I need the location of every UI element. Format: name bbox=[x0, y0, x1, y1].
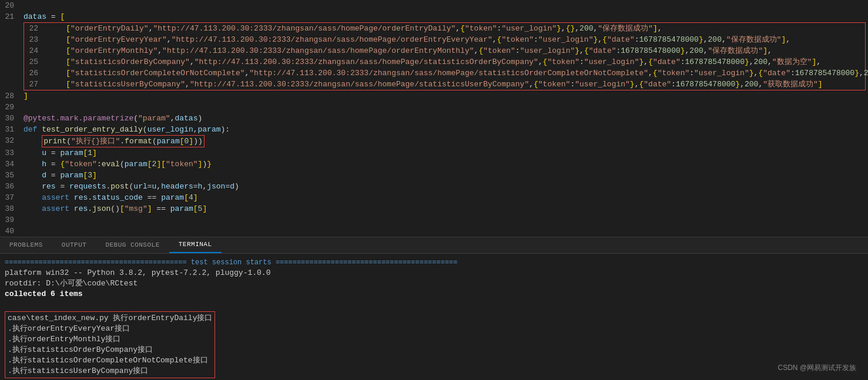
tab-terminal[interactable]: TERMINAL bbox=[169, 237, 222, 253]
terminal-output-box: case\test_index_new.py 执行orderEntryDaily… bbox=[5, 311, 215, 378]
terminal-blank bbox=[5, 300, 863, 310]
code-line-32: 32 print("执行{}接口".format(param[0])) bbox=[0, 135, 868, 147]
code-editor: 20 21 datas = [ 22 ["orderEntryDaily","h… bbox=[0, 0, 868, 237]
line-number: 24 bbox=[24, 45, 48, 56]
line-content: d = param[3] bbox=[24, 170, 868, 181]
line-number: 35 bbox=[0, 170, 24, 181]
code-line-35: 35 d = param[3] bbox=[0, 170, 868, 181]
terminal-platform: platform win32 -- Python 3.8.2, pytest-7… bbox=[5, 268, 863, 278]
line-number: 40 bbox=[0, 226, 24, 237]
line-number: 34 bbox=[0, 159, 24, 170]
line-content: assert res.json()["msg"] == param[5] bbox=[24, 203, 868, 214]
line-content: datas = [ bbox=[24, 11, 868, 22]
line-number: 27 bbox=[24, 79, 48, 90]
code-line-24: 24 ["orderEntryMonthly","http://47.113.2… bbox=[24, 45, 865, 56]
code-line-37: 37 assert res.status_code == param[4] bbox=[0, 192, 868, 203]
tab-debug-console[interactable]: DEBUG CONSOLE bbox=[96, 237, 169, 253]
line-content: ["orderEntryEveryYear","http://47.113.20… bbox=[48, 34, 865, 45]
code-line-38: 38 assert res.json()["msg"] == param[5] bbox=[0, 203, 868, 214]
code-line-27: 27 ["statisticsUserByCompany","http://47… bbox=[24, 79, 865, 90]
terminal-output-line-3: .执行orderEntryMonthly接口 bbox=[8, 334, 212, 345]
tab-problems[interactable]: PROBLEMS bbox=[0, 237, 52, 253]
line-number: 21 bbox=[0, 11, 24, 22]
line-content: ["statisticsUserByCompany","http://47.11… bbox=[48, 79, 865, 90]
code-line-25: 25 ["statisticsOrderByCompany","http://4… bbox=[24, 56, 865, 68]
code-line-31: 31 def test_order_entry_daily(user_login… bbox=[0, 124, 868, 135]
terminal-content: ========================================… bbox=[0, 254, 868, 380]
terminal-output-line-6: .执行statisticsUserByCompany接口 bbox=[8, 366, 212, 376]
terminal-collected: collected 6 items bbox=[5, 289, 863, 300]
line-content: assert res.status_code == param[4] bbox=[24, 192, 868, 203]
line-number: 28 bbox=[0, 90, 24, 102]
code-line-26: 26 ["statisticsOrderCompleteOrNotComplet… bbox=[24, 68, 865, 79]
line-content: def test_order_entry_daily(user_login,pa… bbox=[24, 124, 868, 135]
line-number: 29 bbox=[0, 102, 24, 113]
line-number: 39 bbox=[0, 214, 24, 226]
line-content: res = requests.post(url=u,headers=h,json… bbox=[24, 181, 868, 192]
terminal-output-line-5: .执行statisticsOrderCompleteOrNotComplete接… bbox=[8, 355, 212, 366]
code-line-33: 33 u = param[1] bbox=[0, 147, 868, 159]
line-content: ["orderEntryMonthly","http://47.113.200.… bbox=[48, 45, 865, 56]
line-number: 32 bbox=[0, 135, 24, 146]
code-line-39: 39 bbox=[0, 214, 868, 226]
terminal-separator: ========================================… bbox=[5, 257, 863, 268]
code-line-36: 36 res = requests.post(url=u,headers=h,j… bbox=[0, 181, 868, 192]
code-line-40: 40 bbox=[0, 226, 868, 237]
line-number: 22 bbox=[24, 23, 48, 34]
terminal-rootdir: rootdir: D:\小可爱\code\RCtest bbox=[5, 278, 863, 289]
terminal-output-line-2: .执行orderEntryEveryYear接口 bbox=[8, 324, 212, 334]
line-content: ] bbox=[24, 90, 868, 102]
line-content: ["statisticsOrderByCompany","http://47.1… bbox=[48, 56, 865, 68]
terminal-output-line-4: .执行statisticsOrderByCompany接口 bbox=[8, 345, 212, 355]
line-number: 36 bbox=[0, 181, 24, 192]
code-line-30: 30 @pytest.mark.parametrize("param",data… bbox=[0, 113, 868, 124]
line-content: @pytest.mark.parametrize("param",datas) bbox=[24, 113, 868, 124]
code-line-23: 23 ["orderEntryEveryYear","http://47.113… bbox=[24, 34, 865, 45]
code-line-28: 28 ] bbox=[0, 90, 868, 102]
code-line-34: 34 h = {"token":eval(param[2]["token"])} bbox=[0, 159, 868, 170]
line-content: ["orderEntryDaily","http://47.113.200.30… bbox=[48, 23, 865, 34]
line-number: 25 bbox=[24, 56, 48, 68]
line-content: u = param[1] bbox=[24, 147, 868, 159]
line-content: print("执行{}接口".format(param[0])) bbox=[24, 135, 868, 147]
line-content: h = {"token":eval(param[2]["token"])} bbox=[24, 159, 868, 170]
line-number: 33 bbox=[0, 147, 24, 159]
tab-output[interactable]: OUTPUT bbox=[52, 237, 96, 253]
line-number: 26 bbox=[24, 68, 48, 79]
line-content: ["statisticsOrderCompleteOrNotComplete",… bbox=[48, 68, 868, 79]
line-number: 31 bbox=[0, 124, 24, 135]
panel-tabs: PROBLEMS OUTPUT DEBUG CONSOLE TERMINAL bbox=[0, 237, 868, 254]
code-line-21: 21 datas = [ bbox=[0, 11, 868, 22]
watermark: CSDN @网易测试开发族 bbox=[777, 363, 856, 373]
terminal-output-line-1: case\test_index_new.py 执行orderEntryDaily… bbox=[8, 313, 212, 324]
line-number: 38 bbox=[0, 203, 24, 214]
line-number: 20 bbox=[0, 0, 24, 11]
line-number: 37 bbox=[0, 192, 24, 203]
code-line-20: 20 bbox=[0, 0, 868, 11]
line-number: 30 bbox=[0, 113, 24, 124]
code-line-29: 29 bbox=[0, 102, 868, 113]
bottom-panel: PROBLEMS OUTPUT DEBUG CONSOLE TERMINAL =… bbox=[0, 237, 868, 380]
code-line-22: 22 ["orderEntryDaily","http://47.113.200… bbox=[24, 23, 865, 34]
line-number: 23 bbox=[24, 34, 48, 45]
code-block: 20 21 datas = [ 22 ["orderEntryDaily","h… bbox=[0, 0, 868, 237]
